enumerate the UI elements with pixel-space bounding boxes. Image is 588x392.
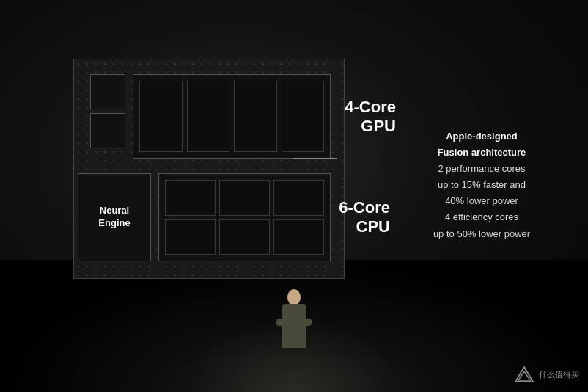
info-line-5: 40% lower power [412,193,551,209]
watermark: 什么值得买 [514,366,579,383]
cpu-label: 6-Core CPU [339,198,390,237]
info-panel: Apple-designed Fusion architecture 2 per… [412,128,551,242]
presenter-body [282,304,306,348]
neural-engine-block: Neural Engine [78,173,151,261]
cpu-block-inner [165,180,324,255]
gpu-label: 4-Core GPU [345,97,396,136]
gpu-sq-3 [234,81,277,152]
left-sq-bottom [90,113,125,148]
info-line-6: 4 efficiency cores [412,209,551,225]
watermark-icon [514,366,534,383]
gpu-sq-1 [139,81,183,152]
cpu-sq-4 [165,219,216,255]
info-line-1: Apple-designed [412,128,551,145]
scene: 4-Core GPU Neural Engine [0,0,588,392]
cpu-block: 6-Core CPU [158,173,331,261]
left-squares [90,74,131,159]
cpu-sq-5 [219,219,270,255]
presenter [272,282,316,348]
cpu-sq-6 [273,219,324,255]
info-line-3: 2 performance cores [412,161,551,177]
watermark-text: 什么值得买 [539,369,579,380]
left-sq-top [90,74,125,109]
gpu-sq-2 [187,81,230,152]
info-line-7: up to 50% lower power [412,226,551,242]
presenter-head [287,289,301,305]
chip-board: 4-Core GPU Neural Engine [73,59,345,279]
info-line-4: up to 15% faster and [412,177,551,193]
gpu-block: 4-Core GPU [133,74,331,159]
gpu-block-inner [139,81,324,152]
cpu-sq-3 [273,180,324,216]
neural-label: Neural Engine [98,205,130,230]
svg-marker-0 [515,367,533,382]
gpu-sq-4 [282,81,325,152]
cpu-sq-2 [219,180,270,216]
chip-container: 4-Core GPU Neural Engine [59,44,367,294]
info-line-2: Fusion architecture [412,145,551,161]
connector-line [293,158,337,159]
cpu-sq-1 [165,180,216,216]
